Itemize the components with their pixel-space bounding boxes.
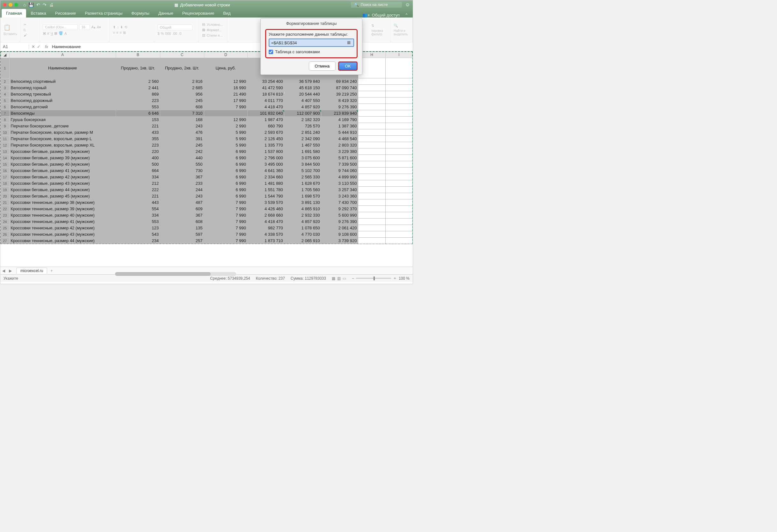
align-center-icon[interactable]: ≡ <box>116 31 118 34</box>
cell[interactable]: 242 <box>160 148 204 155</box>
tab-draw[interactable]: Рисование <box>51 9 80 17</box>
cell[interactable]: Наименование <box>9 58 116 79</box>
cell[interactable]: 608 <box>160 104 204 110</box>
cell[interactable] <box>358 231 385 238</box>
row-header[interactable]: 2 <box>1 79 10 85</box>
cell[interactable] <box>358 200 385 206</box>
cell[interactable] <box>358 238 385 244</box>
cell[interactable] <box>385 58 412 79</box>
cell[interactable]: 212 <box>116 180 160 187</box>
cell[interactable]: 443 <box>116 200 160 206</box>
cell[interactable]: Кроссовки беговые, размер 38 (мужские) <box>9 148 116 155</box>
cell[interactable]: 36 579 840 <box>284 79 321 85</box>
table-row[interactable]: 3Велосипед горный2 4412 68516 99041 472 … <box>1 85 413 91</box>
cell[interactable] <box>358 85 385 91</box>
cell[interactable]: 257 <box>160 238 204 244</box>
row-header[interactable]: 25 <box>1 225 10 231</box>
cell[interactable]: 2 441 <box>116 85 160 91</box>
cell[interactable] <box>358 187 385 193</box>
cell[interactable]: 221 <box>116 193 160 200</box>
close-icon[interactable] <box>3 3 7 7</box>
cell[interactable]: Продано, 2кв. Шт. <box>160 58 204 79</box>
cell[interactable] <box>358 136 385 142</box>
cell[interactable]: 5 990 <box>204 129 247 136</box>
cell[interactable] <box>385 212 412 219</box>
cell[interactable] <box>385 219 412 225</box>
table-row[interactable]: 23Кроссовки теннисные, размер 40 (мужски… <box>1 212 413 219</box>
cell[interactable] <box>358 167 385 174</box>
inc-decimal-icon[interactable]: .00 <box>173 31 177 35</box>
cell[interactable]: Кроссовки беговые, размер 43 (мужские) <box>9 180 116 187</box>
cell[interactable]: 20 544 440 <box>284 91 321 98</box>
cell[interactable]: Кроссовки теннисные, размер 40 (мужские) <box>9 212 116 219</box>
cell[interactable]: 7 990 <box>204 206 247 212</box>
cell[interactable]: 69 834 240 <box>321 79 358 85</box>
cell[interactable]: 6 990 <box>204 155 247 161</box>
tab-data[interactable]: Данные <box>154 9 178 17</box>
spreadsheet-grid[interactable]: ◢ A B C D E F G H I 1 Наименование Прода… <box>0 51 413 267</box>
select-all[interactable]: ◢ <box>1 51 10 58</box>
format-table-icon[interactable]: ▦ <box>202 28 205 32</box>
cell[interactable]: 7 990 <box>204 231 247 238</box>
border-icon[interactable]: ▦ <box>54 31 58 35</box>
add-sheet-icon[interactable]: ＋ <box>50 268 53 273</box>
cell[interactable]: 223 <box>116 98 160 104</box>
cell[interactable]: 4 865 910 <box>284 206 321 212</box>
row-header[interactable]: 8 <box>1 117 10 123</box>
cell[interactable] <box>385 110 412 117</box>
cell[interactable]: 1 628 670 <box>284 180 321 187</box>
comma-icon[interactable]: 000 <box>165 31 171 35</box>
cell[interactable] <box>385 155 412 161</box>
cell[interactable]: 6 990 <box>204 167 247 174</box>
cell[interactable]: 3 844 500 <box>284 161 321 167</box>
cell[interactable] <box>358 98 385 104</box>
cell[interactable]: 550 <box>160 161 204 167</box>
cell[interactable]: Велосипед дорожный <box>9 98 116 104</box>
cell[interactable] <box>385 123 412 129</box>
cell[interactable] <box>358 123 385 129</box>
align-right-icon[interactable]: ≡ <box>119 31 121 34</box>
cell[interactable]: 609 <box>160 206 204 212</box>
row-header[interactable]: 20 <box>1 193 10 200</box>
cell[interactable]: Кроссовки беговые, размер 39 (мужские) <box>9 155 116 161</box>
col-header[interactable]: C <box>160 51 204 58</box>
cell[interactable]: 1 691 580 <box>284 148 321 155</box>
table-row[interactable]: 16Кроссовки беговые, размер 41 (мужские)… <box>1 167 413 174</box>
cell[interactable]: 4 468 540 <box>321 136 358 142</box>
cell[interactable]: 9 276 390 <box>321 104 358 110</box>
cell[interactable]: Кроссовки беговые, размер 45 (мужские) <box>9 193 116 200</box>
cell[interactable]: 2 126 450 <box>248 136 285 142</box>
cell[interactable] <box>358 206 385 212</box>
cell[interactable]: 6 990 <box>204 187 247 193</box>
row-header[interactable]: 12 <box>1 142 10 148</box>
cancel-icon[interactable]: ✕ <box>31 44 35 49</box>
cell[interactable]: 245 <box>160 98 204 104</box>
row-header[interactable]: 26 <box>1 231 10 238</box>
cell[interactable]: 2 851 240 <box>284 129 321 136</box>
cell[interactable]: 5 990 <box>204 142 247 148</box>
cell[interactable] <box>358 180 385 187</box>
cell[interactable]: 4 169 790 <box>321 117 358 123</box>
cell[interactable]: 4 857 920 <box>284 219 321 225</box>
cell[interactable] <box>385 117 412 123</box>
cell[interactable]: 7 310 <box>160 110 204 117</box>
underline-icon[interactable]: Ч <box>51 31 53 35</box>
table-row[interactable]: 25Кроссовки теннисные, размер 42 (мужски… <box>1 225 413 231</box>
cell[interactable]: Велосипед трековый <box>9 91 116 98</box>
cell[interactable]: 3 257 340 <box>321 187 358 193</box>
fill-color-icon[interactable]: 🪣 <box>59 31 63 35</box>
cell[interactable]: 391 <box>160 136 204 142</box>
cell[interactable]: 101 832 040 <box>248 110 285 117</box>
cell[interactable] <box>358 193 385 200</box>
row-header[interactable]: 5 <box>1 98 10 104</box>
cell[interactable] <box>385 98 412 104</box>
cell[interactable]: 222 <box>116 187 160 193</box>
cell[interactable]: 153 <box>116 117 160 123</box>
cell[interactable] <box>358 155 385 161</box>
cell[interactable]: 730 <box>160 167 204 174</box>
cell[interactable] <box>385 238 412 244</box>
row-header[interactable]: 16 <box>1 167 10 174</box>
cell[interactable]: 6 646 <box>116 110 160 117</box>
cell[interactable]: Кроссовки теннисные, размер 43 (мужские) <box>9 231 116 238</box>
row-header[interactable]: 9 <box>1 123 10 129</box>
